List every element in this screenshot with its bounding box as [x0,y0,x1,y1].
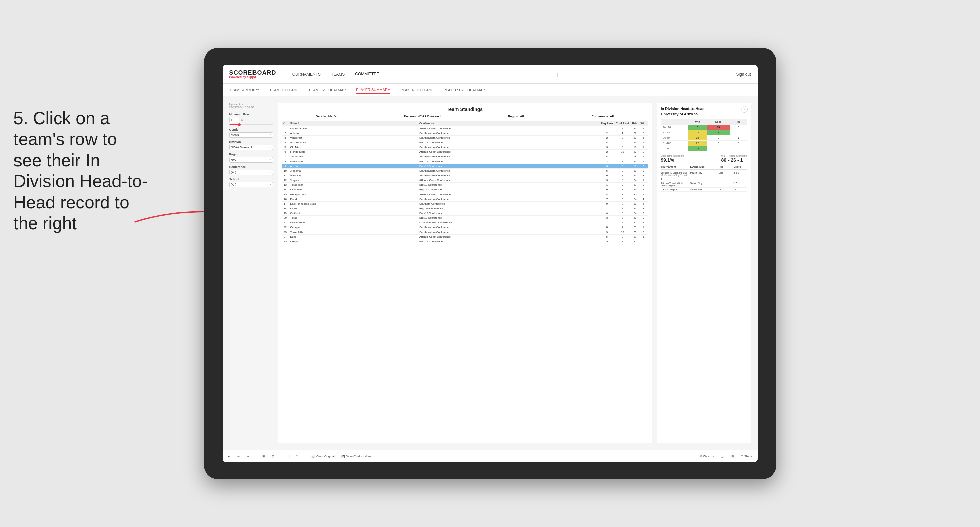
filter-panel: Update time: 27/03/2024 15:56:26 Minimum… [229,103,273,443]
table-row[interactable]: 16 Florida Southeastern Conference 7 9 2… [282,197,648,202]
conference-select[interactable]: (All) [229,170,273,175]
table-row[interactable]: 14 Oklahoma Big 12 Conference 6 8 26 2 [282,187,648,192]
col-rank: # [282,121,289,126]
tablet-screen: SCOREBOARD Powered by clippd TOURNAMENTS… [223,65,758,462]
col-win: Win [639,121,648,126]
watch-button[interactable]: 👁 Watch ▾ [697,454,716,459]
table-row[interactable]: 24 Duke Atlantic Coast Conference 5 9 27… [282,235,648,239]
h2h-team: University of Arizona [661,112,747,116]
table-row[interactable]: 21 New Mexico Mountain West Conference 1… [282,221,648,225]
clock-button[interactable]: ⊙ [294,454,300,459]
comment-button[interactable]: 💬 [719,454,727,459]
standings-meta: Gender: Men's Division: NCAA Division I … [282,115,648,118]
nav-committee[interactable]: COMMITTEE [355,70,379,78]
col-conf-rank: Conf Rank [615,121,631,126]
school-filter: School (All) [229,178,273,187]
main-content: Update time: 27/03/2024 15:56:26 Minimum… [223,96,758,450]
table-row[interactable]: 11 Arkansas Southeastern Conference 6 8 … [282,173,648,178]
region-select[interactable]: N/A [229,157,273,162]
table-row[interactable]: 12 Virginia Atlantic Coast Conference 3 … [282,178,648,183]
gender-select[interactable]: Men's [229,132,273,138]
table-row[interactable]: 19 California Pac-12 Conference 4 8 24 2 [282,211,648,216]
min-rounds-input[interactable]: 4 [229,117,239,122]
h2h-col-label [661,119,688,124]
h2h-stats: Opponents in division: 99.1% W-L-T recor… [661,155,747,162]
tournament-row: Jackson T. Stephens Cup Men's Match-Play… [661,171,747,177]
table-row[interactable]: 3 Vanderbilt Southeastern Conference 2 8… [282,136,648,140]
logo-main: SCOREBOARD [229,70,277,76]
table-row[interactable]: 20 Texas Big 12 Conference 3 7 20 0 [282,216,648,221]
h2h-table: Win Loss Tie Top 10 3 13 0 1 [661,119,747,151]
table-row: Top 10 3 13 0 [661,124,747,130]
min-rounds-filter: Minimum Rou... 4 20 [229,113,273,125]
view-original-button[interactable]: 📊 View: Original [309,454,337,459]
table-row: 26-50 25 2 1 [661,135,747,141]
table-row[interactable]: 8 Washington Pac-12 Conference 2 8 23 1 [282,159,648,164]
top-nav: SCOREBOARD Powered by clippd TOURNAMENTS… [223,65,758,84]
undo-button[interactable]: ↩ [226,454,232,459]
table-row[interactable]: 23 Texas A&M Southeastern Conference 9 1… [282,230,648,235]
add-button[interactable]: + [279,454,285,459]
h2h-panel: In Division Head-to-Head University of A… [657,103,751,443]
subnav-team-summary[interactable]: TEAM SUMMARY [229,86,259,93]
table-button[interactable]: ⊠ [270,454,277,459]
table-row[interactable]: 2 Auburn Southeastern Conference 2 1 27 … [282,131,648,136]
h2h-close-button[interactable]: × [741,106,748,113]
subnav-player-h2h-grid[interactable]: PLAYER H2H GRID [400,86,433,93]
standings-title: Team Standings [282,107,648,112]
school-select[interactable]: (All) [229,182,273,187]
table-row[interactable]: 4 Arizona State Pac-12 Conference 4 6 26… [282,140,648,145]
duplicate-button[interactable]: ⊟ [729,454,736,459]
division-select[interactable]: NCAA Division I [229,145,273,150]
bottom-toolbar: ↩ ↩ ↪ | ⊞ ⊠ + | ⊙ | 📊 View: Original 💾 S… [223,450,758,462]
table-row[interactable]: 1 North Carolina Atlantic Coast Conferen… [282,126,648,131]
nav-tournaments[interactable]: TOURNAMENTS [290,71,321,78]
conference-filter: Conference (All) [229,165,273,175]
h2h-col-win: Win [688,119,707,124]
share-button[interactable]: ⬡ Share [739,454,754,459]
subnav-team-h2h-heatmap[interactable]: TEAM H2H HEATMAP [309,86,346,93]
h2h-col-loss: Loss [707,119,730,124]
table-row[interactable]: 13 Texas Tech Big 12 Conference 1 9 27 2 [282,183,648,187]
update-time: Update time: 27/03/2024 15:56:26 [229,103,273,109]
table-row[interactable]: 7 Tennessee Southeastern Conference 4 6 … [282,154,648,159]
grid-button[interactable]: ⊞ [260,454,267,459]
region-filter: Region N/A [229,153,273,162]
back-button[interactable]: ↩ [235,454,242,459]
col-reg-rank: Reg Rank [600,121,615,126]
h2h-col-tie: Tie [730,119,747,124]
h2h-tournaments: Tournament Event Type Pos Score Jackson … [661,165,747,192]
tournament-row: Arizona Thunderbirds Intercollegiate Str… [661,181,747,188]
h2h-title: In Division Head-to-Head [661,107,747,111]
logo: SCOREBOARD Powered by clippd [229,70,277,79]
table-row[interactable]: 22 Georgia Southeastern Conference 8 7 2… [282,225,648,230]
sign-out-button[interactable]: Sign out [736,72,751,77]
table-row[interactable]: 18 Illinois Big Ten Conference 1 9 26 3 [282,206,648,211]
subnav-player-summary[interactable]: PLAYER SUMMARY [356,86,390,94]
table-row[interactable]: 10 Alabama Southeastern Conference 5 8 2… [282,168,648,173]
standings-table: # School Conference Reg Rank Conf Rank R… [282,121,648,244]
min-rounds-slider[interactable] [229,124,273,125]
table-row: 51-100 20 3 0 [661,141,747,146]
save-custom-view-button[interactable]: 💾 Save Custom View [339,454,373,459]
logo-sub: Powered by clippd [229,76,277,79]
tablet-frame: SCOREBOARD Powered by clippd TOURNAMENTS… [204,48,776,479]
tournament-row: Cabo Collegiate Stroke Play 11 17 [661,188,747,192]
table-row: >100 27 0 0 [661,146,747,151]
subnav-team-h2h-grid[interactable]: TEAM H2H GRID [269,86,298,93]
table-row[interactable]: 9 Arizona Pac-12 Conference 5 8 10 2 [282,164,648,168]
redo-button[interactable]: ↪ [245,454,251,459]
nav-teams[interactable]: TEAMS [331,71,345,78]
table-row: 11-25 11 8 0 [661,130,747,135]
sign-out-divider: | [557,72,558,77]
col-rds: Rds [631,121,639,126]
table-row[interactable]: 15 Georgia Tech Atlantic Coast Conferenc… [282,192,648,197]
col-conference: Conference [418,121,600,126]
table-row[interactable]: 25 Oregon Pac-12 Conference 5 7 21 0 [282,239,648,244]
table-row[interactable]: 5 Ole Miss Southeastern Conference 3 6 1… [282,145,648,150]
subnav-player-h2h-heatmap[interactable]: PLAYER H2H HEATMAP [443,86,485,93]
nav-links: TOURNAMENTS TEAMS COMMITTEE [290,70,379,78]
gender-filter: Gender Men's [229,128,273,138]
table-row[interactable]: 17 East Tennessee State Southern Confere… [282,202,648,206]
table-row[interactable]: 6 Florida State Atlantic Coast Conferenc… [282,150,648,154]
